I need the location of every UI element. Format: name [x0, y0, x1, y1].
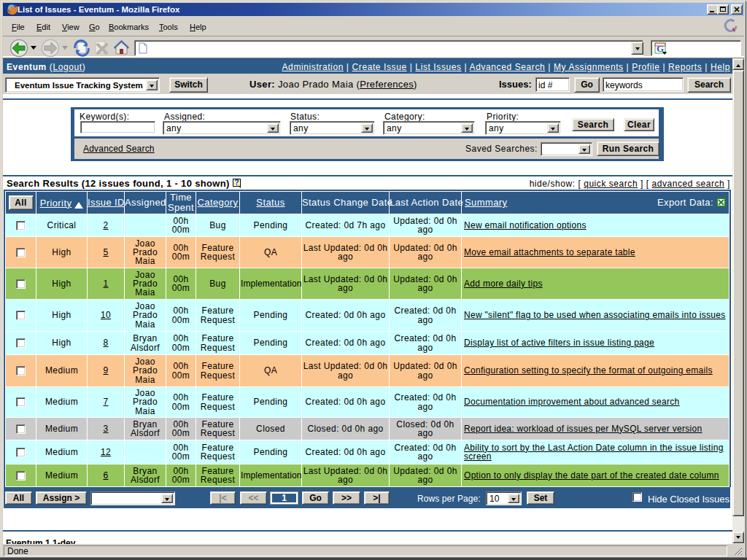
- svg-text:?: ?: [234, 179, 239, 187]
